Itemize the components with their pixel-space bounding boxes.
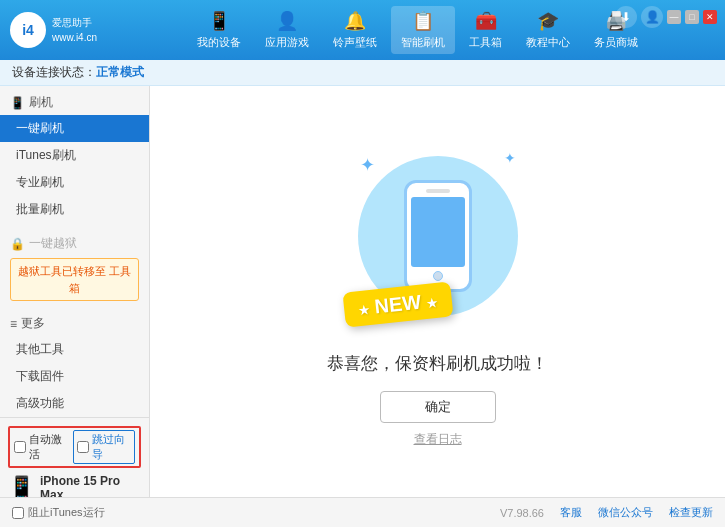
header: i4 爱思助手 www.i4.cn 📱 我的设备 👤 应用游戏 🔔 铃声壁纸 📋…	[0, 0, 725, 60]
version-text: V7.98.66	[500, 507, 544, 519]
prevent-itunes-label: 阻止iTunes运行	[28, 505, 105, 520]
logo-circle: i4	[10, 12, 46, 48]
sidebar-item-pro-flash[interactable]: 专业刷机	[0, 169, 149, 196]
customer-service-link[interactable]: 客服	[560, 505, 582, 520]
device-info: 📱 iPhone 15 Pro Max 512GB iPhone	[8, 474, 141, 497]
my-device-icon: 📱	[208, 10, 230, 32]
ringtones-icon: 🔔	[344, 10, 366, 32]
nav-tab-tutorial[interactable]: 🎓 教程中心	[516, 6, 580, 54]
status-bar: 设备连接状态： 正常模式	[0, 60, 725, 86]
flash-section-label: 刷机	[29, 94, 53, 111]
phone-home-button	[433, 271, 443, 281]
more-icon: ≡	[10, 317, 17, 331]
sidebar-item-batch-flash[interactable]: 批量刷机	[0, 196, 149, 223]
apps-games-icon: 👤	[276, 10, 298, 32]
skip-wizard-checkbox-item[interactable]: 跳过向导	[73, 430, 136, 464]
nav-tab-toolbox-label: 工具箱	[469, 35, 502, 50]
user-icon[interactable]: 👤	[641, 6, 663, 28]
prevent-itunes-checkbox[interactable]	[12, 507, 24, 519]
log-link[interactable]: 查看日志	[414, 431, 462, 448]
main-area: 📱 刷机 一键刷机 iTunes刷机 专业刷机 批量刷机 🔒 一键越狱 越狱工具…	[0, 86, 725, 497]
sidebar-item-advanced[interactable]: 高级功能	[0, 390, 149, 417]
more-label: 更多	[21, 315, 45, 332]
device-icon: 📱	[8, 475, 35, 497]
nav-tab-ringtones-label: 铃声壁纸	[333, 35, 377, 50]
minimize-button[interactable]: —	[667, 10, 681, 24]
skip-wizard-label: 跳过向导	[92, 432, 132, 462]
sparkle-tl: ✦	[360, 154, 375, 176]
flash-section-icon: 📱	[10, 96, 25, 110]
nav-tab-apps-games[interactable]: 👤 应用游戏	[255, 6, 319, 54]
sidebar-more-header: ≡ 更多	[0, 311, 149, 336]
skip-wizard-checkbox[interactable]	[77, 441, 89, 453]
nav-tab-toolbox[interactable]: 🧰 工具箱	[459, 6, 512, 54]
lock-icon: 🔒	[10, 237, 25, 251]
footer: 阻止iTunes运行 V7.98.66 客服 微信公众号 检查更新	[0, 497, 725, 527]
nav-tab-smart-flash-label: 智能刷机	[401, 35, 445, 50]
nav-tab-tutorial-label: 教程中心	[526, 35, 570, 50]
auto-activate-label: 自动激活	[29, 432, 69, 462]
sidebar-jailbreak-disabled: 🔒 一键越狱	[0, 231, 149, 256]
new-badge: ★ NEW ★	[342, 281, 453, 327]
success-text: 恭喜您，保资料刷机成功啦！	[327, 352, 548, 375]
wechat-link[interactable]: 微信公众号	[598, 505, 653, 520]
confirm-button[interactable]: 确定	[380, 391, 496, 423]
sidebar-item-other-tools[interactable]: 其他工具	[0, 336, 149, 363]
sidebar-item-one-key-flash[interactable]: 一键刷机	[0, 115, 149, 142]
close-button[interactable]: ✕	[703, 10, 717, 24]
nav-tab-apps-label: 应用游戏	[265, 35, 309, 50]
sidebar-flash-section: 📱 刷机	[0, 86, 149, 115]
status-value: 正常模式	[96, 64, 144, 81]
sidebar-bottom: 自动激活 跳过向导 📱 iPhone 15 Pro Max 512GB iPho…	[0, 417, 149, 497]
smart-flash-icon: 📋	[412, 10, 434, 32]
check-update-link[interactable]: 检查更新	[669, 505, 713, 520]
device-name: iPhone 15 Pro Max	[40, 474, 141, 497]
sidebar-item-download-fw[interactable]: 下载固件	[0, 363, 149, 390]
status-prefix: 设备连接状态：	[12, 64, 96, 81]
auto-activate-checkbox[interactable]	[14, 441, 26, 453]
nav-tab-merchant-label: 务员商城	[594, 35, 638, 50]
sidebar: 📱 刷机 一键刷机 iTunes刷机 专业刷机 批量刷机 🔒 一键越狱 越狱工具…	[0, 86, 150, 497]
phone-speaker	[426, 189, 450, 193]
logo: i4 爱思助手 www.i4.cn	[10, 12, 120, 48]
footer-right: V7.98.66 客服 微信公众号 检查更新	[500, 505, 713, 520]
sparkle-tr: ✦	[504, 150, 516, 166]
prevent-itunes-checkbox-item[interactable]: 阻止iTunes运行	[12, 505, 105, 520]
logo-text: 爱思助手 www.i4.cn	[52, 15, 97, 45]
checkbox-row: 自动激活 跳过向导	[8, 426, 141, 468]
sidebar-item-itunes-flash[interactable]: iTunes刷机	[0, 142, 149, 169]
phone-shape	[404, 180, 472, 292]
device-details: iPhone 15 Pro Max 512GB iPhone	[40, 474, 141, 497]
nav-tab-ringtones[interactable]: 🔔 铃声壁纸	[323, 6, 387, 54]
toolbox-icon: 🧰	[475, 10, 497, 32]
success-illustration: ✦ ✦ ✦ ★ NEW ★	[338, 136, 538, 336]
nav-tab-my-device[interactable]: 📱 我的设备	[187, 6, 251, 54]
window-controls: ⬇ 👤 — □ ✕	[615, 6, 717, 28]
jailbreak-label: 一键越狱	[29, 235, 77, 252]
download-icon[interactable]: ⬇	[615, 6, 637, 28]
auto-activate-checkbox-item[interactable]: 自动激活	[14, 432, 69, 462]
content-area: ✦ ✦ ✦ ★ NEW ★ 恭喜您，保资料刷机成功啦！ 确定 查看日志	[150, 86, 725, 497]
jailbreak-notice: 越狱工具已转移至 工具箱	[10, 258, 139, 301]
maximize-button[interactable]: □	[685, 10, 699, 24]
tutorial-icon: 🎓	[537, 10, 559, 32]
nav-tab-my-device-label: 我的设备	[197, 35, 241, 50]
phone-screen	[411, 197, 465, 267]
nav-tab-smart-flash[interactable]: 📋 智能刷机	[391, 6, 455, 54]
